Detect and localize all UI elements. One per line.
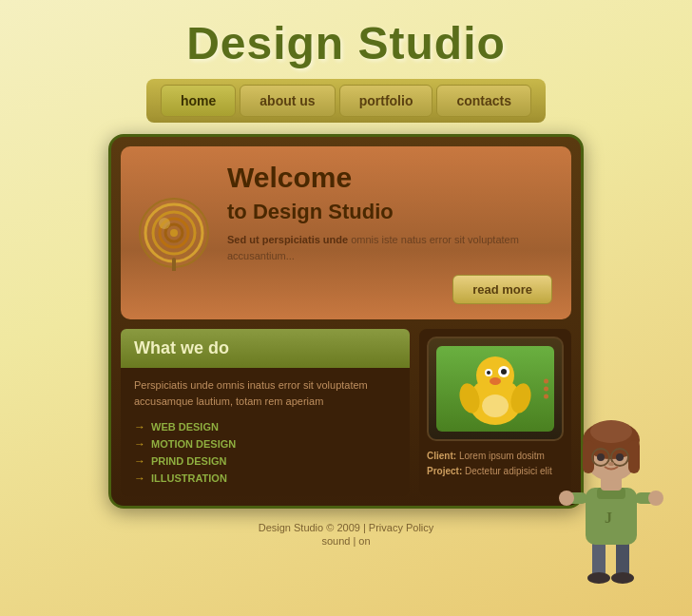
svg-point-37 [597,453,605,461]
tv-frame [427,337,564,441]
tv-screen [436,346,554,432]
what-we-do-header: What we do [121,329,410,368]
svg-point-33 [590,420,632,443]
svg-point-39 [608,462,614,466]
site-title-area: Design Studio [0,17,692,69]
service-motion-design[interactable]: → MOTION DESIGN [134,435,396,452]
arrow-icon: → [134,454,145,468]
service-prind-design[interactable]: → PRIND DESIGN [134,452,396,470]
arrow-icon: → [134,420,145,433]
svg-point-26 [559,491,574,506]
hero-body: Sed ut perspiciatis unde omnis iste natu… [227,232,556,263]
client-panel: Client: Lorem ipsum dositm Project: Dect… [419,329,571,496]
svg-point-20 [587,572,610,584]
what-we-do-description: Perspiciatis unde omnis inatus error sit… [134,377,396,409]
svg-point-17 [482,395,509,417]
read-more-button[interactable]: read more [452,275,552,304]
hero-text-area: Welcome to Design Studio Sed ut perspici… [227,162,556,304]
svg-point-14 [490,377,501,385]
svg-point-13 [501,369,507,375]
svg-point-38 [616,453,624,461]
svg-point-9 [476,356,514,395]
svg-point-27 [648,491,663,506]
svg-point-21 [611,572,634,584]
hero-section: Welcome to Design Studio Sed ut perspici… [121,146,571,319]
project-name-line: Project: Dectetur adipisici elit [427,464,564,479]
site-title: Design Studio [0,17,692,69]
svg-point-7 [159,218,170,229]
lower-section: What we do Perspiciatis unde omnis inatu… [121,329,571,496]
client-name-line: Client: Lorem ipsum dositm [427,449,564,464]
spiral-icon [136,195,212,271]
svg-text:J: J [605,510,612,526]
svg-rect-32 [628,440,640,473]
arrow-icon: → [134,472,145,485]
navigation: home about us portfolio contacts [146,79,546,123]
client-info: Client: Lorem ipsum dositm Project: Dect… [427,449,564,479]
tv-dot [544,387,548,392]
what-we-do-panel: What we do Perspiciatis unde omnis inatu… [121,329,410,496]
tv-control-dots [544,379,548,399]
service-illustration[interactable]: → ILLUSTRATION [134,470,396,487]
nav-about[interactable]: about us [240,85,335,117]
nav-home[interactable]: home [161,85,236,117]
character-illustration: J [559,397,663,578]
svg-point-11 [487,371,490,375]
arrow-icon: → [134,437,145,451]
hero-title: Welcome to Design Studio [227,162,556,224]
service-web-design[interactable]: → WEB DESIGN [134,418,396,435]
service-list: → WEB DESIGN → MOTION DESIGN → PRIND DES… [134,418,396,487]
what-we-do-body: Perspiciatis unde omnis inatus error sit… [121,368,410,496]
tv-dot [544,379,548,384]
tv-dot [544,395,548,399]
main-content: Welcome to Design Studio Sed ut perspici… [108,134,584,509]
nav-portfolio[interactable]: portfolio [339,85,433,117]
svg-point-5 [170,229,178,237]
nav-contacts[interactable]: contacts [436,85,531,117]
